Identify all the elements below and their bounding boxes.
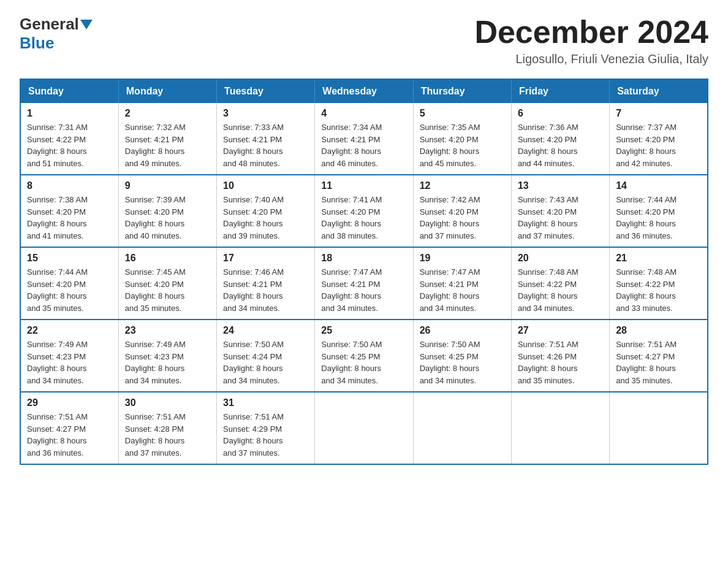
day-number: 19 — [420, 253, 505, 264]
day-info: Sunrise: 7:35 AMSunset: 4:20 PMDaylight:… — [420, 121, 505, 169]
title-section: December 2024 Ligosullo, Friuli Venezia … — [474, 15, 708, 66]
day-number: 22 — [27, 325, 112, 336]
calendar-day-cell: 10Sunrise: 7:40 AMSunset: 4:20 PMDayligh… — [217, 175, 315, 247]
day-number: 23 — [125, 325, 210, 336]
day-number: 7 — [616, 108, 701, 119]
calendar-week-row: 8Sunrise: 7:38 AMSunset: 4:20 PMDaylight… — [20, 175, 708, 247]
day-number: 30 — [125, 397, 210, 408]
day-info: Sunrise: 7:31 AMSunset: 4:22 PMDaylight:… — [27, 121, 112, 169]
day-number: 13 — [518, 180, 603, 191]
day-number: 27 — [518, 325, 603, 336]
day-info: Sunrise: 7:40 AMSunset: 4:20 PMDaylight:… — [223, 194, 308, 242]
day-number: 18 — [321, 253, 406, 264]
calendar-day-cell: 21Sunrise: 7:48 AMSunset: 4:22 PMDayligh… — [610, 247, 708, 320]
header-thursday: Thursday — [413, 79, 511, 103]
day-info: Sunrise: 7:50 AMSunset: 4:24 PMDaylight:… — [223, 339, 308, 386]
calendar-day-cell: 12Sunrise: 7:42 AMSunset: 4:20 PMDayligh… — [413, 175, 511, 247]
day-number: 24 — [223, 325, 308, 336]
calendar-day-cell: 4Sunrise: 7:34 AMSunset: 4:21 PMDaylight… — [315, 103, 413, 175]
calendar-day-cell: 8Sunrise: 7:38 AMSunset: 4:20 PMDaylight… — [20, 175, 118, 247]
calendar-day-cell: 11Sunrise: 7:41 AMSunset: 4:20 PMDayligh… — [315, 175, 413, 247]
day-number: 2 — [125, 108, 210, 119]
day-number: 20 — [518, 253, 603, 264]
calendar-day-cell: 9Sunrise: 7:39 AMSunset: 4:20 PMDaylight… — [118, 175, 216, 247]
calendar-day-cell: 13Sunrise: 7:43 AMSunset: 4:20 PMDayligh… — [511, 175, 609, 247]
header-monday: Monday — [118, 79, 216, 103]
logo-triangle-icon — [80, 20, 93, 29]
calendar-week-row: 15Sunrise: 7:44 AMSunset: 4:20 PMDayligh… — [20, 247, 708, 320]
calendar-table: SundayMondayTuesdayWednesdayThursdayFrid… — [20, 79, 708, 465]
day-info: Sunrise: 7:49 AMSunset: 4:23 PMDaylight:… — [125, 339, 210, 386]
day-info: Sunrise: 7:51 AMSunset: 4:29 PMDaylight:… — [223, 411, 308, 459]
calendar-day-cell: 5Sunrise: 7:35 AMSunset: 4:20 PMDaylight… — [413, 103, 511, 175]
header-wednesday: Wednesday — [315, 79, 413, 103]
empty-cell — [315, 392, 413, 464]
day-info: Sunrise: 7:32 AMSunset: 4:21 PMDaylight:… — [125, 121, 210, 169]
day-number: 1 — [27, 108, 112, 119]
empty-cell — [610, 392, 708, 464]
day-info: Sunrise: 7:41 AMSunset: 4:20 PMDaylight:… — [321, 194, 406, 242]
day-info: Sunrise: 7:48 AMSunset: 4:22 PMDaylight:… — [518, 266, 603, 314]
day-number: 12 — [420, 180, 505, 191]
calendar-day-cell: 22Sunrise: 7:49 AMSunset: 4:23 PMDayligh… — [20, 320, 118, 392]
day-info: Sunrise: 7:47 AMSunset: 4:21 PMDaylight:… — [420, 266, 505, 314]
day-number: 15 — [27, 253, 112, 264]
day-info: Sunrise: 7:50 AMSunset: 4:25 PMDaylight:… — [420, 339, 505, 386]
calendar-day-cell: 26Sunrise: 7:50 AMSunset: 4:25 PMDayligh… — [413, 320, 511, 392]
calendar-day-cell: 25Sunrise: 7:50 AMSunset: 4:25 PMDayligh… — [315, 320, 413, 392]
logo: General Blue — [20, 15, 93, 53]
day-info: Sunrise: 7:43 AMSunset: 4:20 PMDaylight:… — [518, 194, 603, 242]
day-info: Sunrise: 7:39 AMSunset: 4:20 PMDaylight:… — [125, 194, 210, 242]
logo-blue-text: Blue — [20, 34, 54, 53]
day-info: Sunrise: 7:51 AMSunset: 4:28 PMDaylight:… — [125, 411, 210, 459]
day-info: Sunrise: 7:37 AMSunset: 4:20 PMDaylight:… — [616, 121, 701, 169]
month-year-title: December 2024 — [474, 15, 708, 50]
day-info: Sunrise: 7:36 AMSunset: 4:20 PMDaylight:… — [518, 121, 603, 169]
day-info: Sunrise: 7:49 AMSunset: 4:23 PMDaylight:… — [27, 339, 112, 386]
calendar-day-cell: 31Sunrise: 7:51 AMSunset: 4:29 PMDayligh… — [217, 392, 315, 464]
calendar-day-cell: 14Sunrise: 7:44 AMSunset: 4:20 PMDayligh… — [610, 175, 708, 247]
day-number: 6 — [518, 108, 603, 119]
day-info: Sunrise: 7:33 AMSunset: 4:21 PMDaylight:… — [223, 121, 308, 169]
day-info: Sunrise: 7:34 AMSunset: 4:21 PMDaylight:… — [321, 121, 406, 169]
calendar-week-row: 1Sunrise: 7:31 AMSunset: 4:22 PMDaylight… — [20, 103, 708, 175]
calendar-day-cell: 3Sunrise: 7:33 AMSunset: 4:21 PMDaylight… — [217, 103, 315, 175]
calendar-day-cell: 28Sunrise: 7:51 AMSunset: 4:27 PMDayligh… — [610, 320, 708, 392]
day-number: 8 — [27, 180, 112, 191]
day-number: 21 — [616, 253, 701, 264]
calendar-day-cell: 20Sunrise: 7:48 AMSunset: 4:22 PMDayligh… — [511, 247, 609, 320]
calendar-day-cell: 7Sunrise: 7:37 AMSunset: 4:20 PMDaylight… — [610, 103, 708, 175]
location-subtitle: Ligosullo, Friuli Venezia Giulia, Italy — [474, 52, 708, 66]
calendar-day-cell: 6Sunrise: 7:36 AMSunset: 4:20 PMDaylight… — [511, 103, 609, 175]
day-number: 4 — [321, 108, 406, 119]
day-info: Sunrise: 7:48 AMSunset: 4:22 PMDaylight:… — [616, 266, 701, 314]
day-number: 28 — [616, 325, 701, 336]
calendar-day-cell: 29Sunrise: 7:51 AMSunset: 4:27 PMDayligh… — [20, 392, 118, 464]
logo-general-text: General — [20, 15, 79, 34]
header-tuesday: Tuesday — [217, 79, 315, 103]
day-info: Sunrise: 7:42 AMSunset: 4:20 PMDaylight:… — [420, 194, 505, 242]
day-info: Sunrise: 7:51 AMSunset: 4:27 PMDaylight:… — [27, 411, 112, 459]
day-number: 3 — [223, 108, 308, 119]
day-info: Sunrise: 7:44 AMSunset: 4:20 PMDaylight:… — [27, 266, 112, 314]
day-info: Sunrise: 7:46 AMSunset: 4:21 PMDaylight:… — [223, 266, 308, 314]
calendar-day-cell: 17Sunrise: 7:46 AMSunset: 4:21 PMDayligh… — [217, 247, 315, 320]
calendar-day-cell: 24Sunrise: 7:50 AMSunset: 4:24 PMDayligh… — [217, 320, 315, 392]
day-number: 31 — [223, 397, 308, 408]
calendar-day-cell: 1Sunrise: 7:31 AMSunset: 4:22 PMDaylight… — [20, 103, 118, 175]
day-info: Sunrise: 7:51 AMSunset: 4:27 PMDaylight:… — [616, 339, 701, 386]
calendar-week-row: 22Sunrise: 7:49 AMSunset: 4:23 PMDayligh… — [20, 320, 708, 392]
calendar-day-cell: 18Sunrise: 7:47 AMSunset: 4:21 PMDayligh… — [315, 247, 413, 320]
page-header: General Blue December 2024 Ligosullo, Fr… — [20, 15, 708, 66]
day-info: Sunrise: 7:38 AMSunset: 4:20 PMDaylight:… — [27, 194, 112, 242]
calendar-day-cell: 15Sunrise: 7:44 AMSunset: 4:20 PMDayligh… — [20, 247, 118, 320]
day-number: 10 — [223, 180, 308, 191]
calendar-day-cell: 27Sunrise: 7:51 AMSunset: 4:26 PMDayligh… — [511, 320, 609, 392]
day-number: 29 — [27, 397, 112, 408]
calendar-day-cell: 2Sunrise: 7:32 AMSunset: 4:21 PMDaylight… — [118, 103, 216, 175]
empty-cell — [511, 392, 609, 464]
header-saturday: Saturday — [610, 79, 708, 103]
day-info: Sunrise: 7:47 AMSunset: 4:21 PMDaylight:… — [321, 266, 406, 314]
day-number: 17 — [223, 253, 308, 264]
calendar-day-cell: 16Sunrise: 7:45 AMSunset: 4:20 PMDayligh… — [118, 247, 216, 320]
